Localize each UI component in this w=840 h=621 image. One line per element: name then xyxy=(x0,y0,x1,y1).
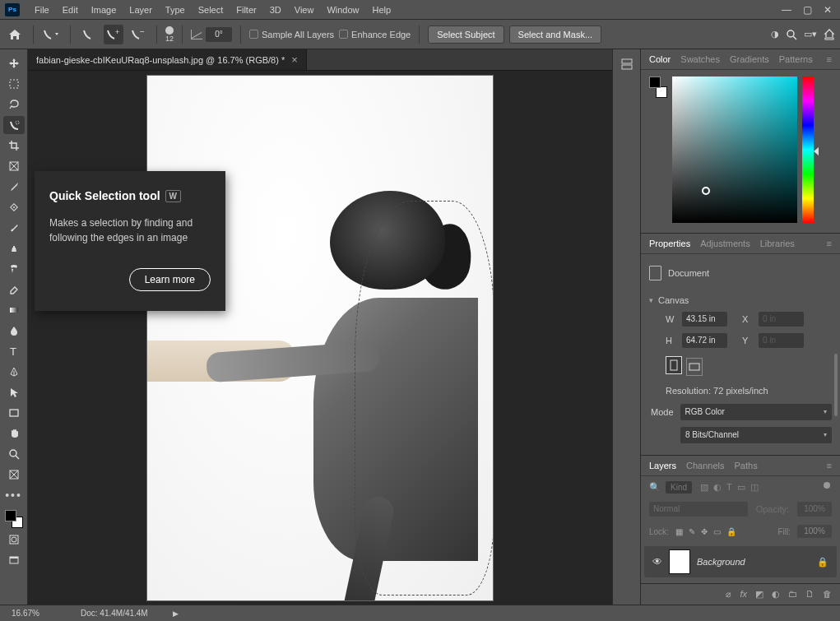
foreground-background-color[interactable] xyxy=(5,510,23,528)
new-layer-icon[interactable]: 🗋 xyxy=(805,589,814,600)
filter-type-icon[interactable]: T xyxy=(726,482,732,493)
move-tool[interactable] xyxy=(3,54,25,72)
search-icon[interactable] xyxy=(786,29,797,40)
color-picker-ring[interactable] xyxy=(702,187,710,195)
filter-kind-select[interactable]: Kind xyxy=(666,481,692,494)
lock-transparent-icon[interactable]: ▦ xyxy=(675,527,683,536)
frame-tool[interactable] xyxy=(3,157,25,175)
layer-row-background[interactable]: 👁 Background 🔒 xyxy=(644,546,837,577)
panel-fg-swatch[interactable] xyxy=(649,76,661,88)
maximize-icon[interactable]: ▢ xyxy=(803,4,812,16)
menu-edit[interactable]: Edit xyxy=(56,5,85,15)
panel-menu-icon[interactable]: ≡ xyxy=(827,239,832,248)
hue-slider[interactable] xyxy=(802,76,814,223)
menu-type[interactable]: Type xyxy=(159,5,192,15)
height-value-input[interactable]: 64.72 in xyxy=(682,333,727,348)
canvas-section-header[interactable]: ▾ Canvas xyxy=(641,292,840,308)
lock-all-icon[interactable]: 🔒 xyxy=(726,527,736,536)
share-icon[interactable] xyxy=(824,29,835,40)
zoom-level[interactable]: 16.67% xyxy=(0,609,58,618)
menu-3d[interactable]: 3D xyxy=(263,5,288,15)
gradient-tool[interactable] xyxy=(3,301,25,319)
rectangle-tool[interactable] xyxy=(3,404,25,422)
history-panel-icon[interactable] xyxy=(620,58,633,71)
menu-image[interactable]: Image xyxy=(85,5,123,15)
tab-layers[interactable]: Layers xyxy=(649,461,676,470)
filter-shape-icon[interactable]: ▭ xyxy=(737,482,745,493)
landscape-orientation-button[interactable] xyxy=(686,358,703,376)
tab-patterns[interactable]: Patterns xyxy=(779,54,813,64)
locked-icon[interactable]: 🔒 xyxy=(817,557,828,568)
lock-image-icon[interactable]: ✎ xyxy=(689,527,695,536)
filter-search-icon[interactable]: 🔍 xyxy=(649,482,661,493)
type-tool[interactable]: T xyxy=(3,342,25,360)
tab-paths[interactable]: Paths xyxy=(735,461,758,470)
tab-swatches[interactable]: Swatches xyxy=(680,54,720,64)
eraser-tool[interactable] xyxy=(3,280,25,299)
spot-healing-tool[interactable] xyxy=(3,198,25,216)
lock-position-icon[interactable]: ✥ xyxy=(701,527,708,536)
close-tab-icon[interactable]: × xyxy=(291,53,298,66)
add-to-selection-icon[interactable]: + xyxy=(104,25,123,44)
layer-name[interactable]: Background xyxy=(697,557,745,567)
canvas-image[interactable] xyxy=(146,75,494,601)
filter-adjustment-icon[interactable]: ◐ xyxy=(713,482,722,493)
filter-pixel-icon[interactable]: ▧ xyxy=(700,482,708,493)
foreground-color-swatch[interactable] xyxy=(5,510,16,521)
menu-view[interactable]: View xyxy=(288,5,321,15)
blend-mode-select[interactable]: Normal xyxy=(649,502,748,517)
quick-selection-tool[interactable] xyxy=(3,116,25,134)
minimize-icon[interactable]: — xyxy=(782,4,791,16)
filter-smart-icon[interactable]: ◫ xyxy=(750,482,759,493)
history-brush-tool[interactable] xyxy=(3,260,25,278)
subtract-from-selection-icon[interactable]: − xyxy=(128,25,148,44)
hue-pointer-icon[interactable] xyxy=(814,147,819,155)
panel-menu-icon[interactable]: ≡ xyxy=(827,461,832,470)
clone-stamp-tool[interactable] xyxy=(3,239,25,257)
quick-mask-mode[interactable] xyxy=(3,531,25,549)
color-field[interactable] xyxy=(672,76,797,223)
select-and-mask-button[interactable]: Select and Mask... xyxy=(509,25,602,44)
new-selection-icon[interactable] xyxy=(79,25,99,44)
delete-layer-icon[interactable]: 🗑 xyxy=(823,589,832,600)
hand-tool[interactable] xyxy=(3,424,25,443)
layer-mask-icon[interactable]: ◩ xyxy=(755,589,763,600)
menu-filter[interactable]: Filter xyxy=(230,5,262,15)
workspace-switcher-icon[interactable]: ▭▾ xyxy=(804,29,817,39)
eyedropper-tool[interactable] xyxy=(3,178,25,196)
zoom-tool[interactable] xyxy=(3,445,25,463)
filter-toggle[interactable] xyxy=(824,482,832,494)
brush-size-preset[interactable]: 12 xyxy=(165,26,174,43)
layer-style-icon[interactable]: fx xyxy=(740,589,747,600)
color-mode-select[interactable]: RGB Color xyxy=(680,404,832,420)
portrait-orientation-button[interactable] xyxy=(666,356,682,374)
properties-scrollbar[interactable] xyxy=(834,354,838,416)
new-group-icon[interactable]: 🗀 xyxy=(788,589,797,600)
tab-gradients[interactable]: Gradients xyxy=(730,54,769,64)
cloud-docs-icon[interactable]: ◑ xyxy=(771,29,779,39)
angle-value[interactable]: 0° xyxy=(206,27,232,42)
tab-libraries[interactable]: Libraries xyxy=(760,239,795,248)
crop-tool[interactable] xyxy=(3,137,25,155)
close-icon[interactable]: ✕ xyxy=(824,4,832,16)
link-layers-icon[interactable]: ⌀ xyxy=(726,589,731,600)
learn-more-button[interactable]: Learn more xyxy=(129,268,211,291)
width-value-input[interactable]: 43.15 in xyxy=(682,312,727,327)
panel-fg-bg-color[interactable] xyxy=(649,76,667,98)
fill-value[interactable]: 100% xyxy=(797,525,832,538)
menu-select[interactable]: Select xyxy=(192,5,230,15)
layer-thumbnail[interactable] xyxy=(669,549,690,574)
path-selection-tool[interactable] xyxy=(3,383,25,401)
tool-preset-icon[interactable] xyxy=(42,25,62,44)
tab-channels[interactable]: Channels xyxy=(686,461,724,470)
menu-file[interactable]: File xyxy=(28,5,56,15)
lasso-tool[interactable] xyxy=(3,95,25,114)
home-icon[interactable] xyxy=(5,25,25,44)
brush-angle[interactable]: 0° xyxy=(191,27,232,42)
edit-toolbar[interactable]: ••• xyxy=(3,486,25,504)
menu-window[interactable]: Window xyxy=(320,5,365,15)
blur-tool[interactable] xyxy=(3,322,25,340)
visibility-eye-icon[interactable]: 👁 xyxy=(652,556,662,568)
panel-bg-swatch[interactable] xyxy=(656,86,667,98)
canvas-viewport[interactable]: Quick Selection tool W Makes a selection… xyxy=(28,71,612,605)
